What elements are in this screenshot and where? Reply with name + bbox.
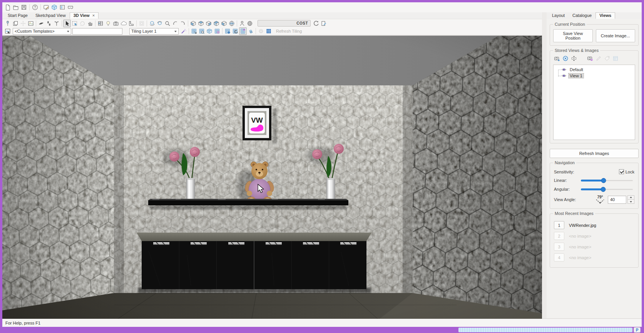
help[interactable] [31,3,39,11]
open-file[interactable] [12,3,20,11]
chevron-down-icon [174,31,177,33]
tile-grid[interactable] [239,27,247,35]
template-combo[interactable]: <Custom Templates> [13,28,71,35]
linear-slider[interactable] [581,178,633,183]
view-front[interactable] [205,20,212,27]
panel-tab-catalogue[interactable]: Catalogue [569,12,595,19]
delete-view[interactable] [562,55,569,62]
view-top[interactable] [197,20,205,27]
stored-view-label[interactable]: View 1 [569,73,584,78]
eye-icon[interactable] [561,73,567,78]
tile-move[interactable] [190,27,198,35]
render-cloud[interactable] [120,20,127,27]
current-position-group: Current Position Save View Position Crea… [550,24,639,46]
panorama-view[interactable] [246,20,254,27]
lock-checkbox[interactable]: Lock [619,169,634,174]
tab-3d-view[interactable]: 3D View× [70,12,99,19]
rename-view[interactable] [570,55,578,62]
pan-tool[interactable] [86,20,94,27]
fly-mode[interactable] [37,20,45,27]
vr-view[interactable] [67,3,74,11]
toolbar-separator [188,20,188,27]
tile-search[interactable] [198,27,206,35]
copy-objects[interactable] [12,20,19,27]
tile-add[interactable] [224,27,231,35]
tab-start-page[interactable]: Start Page [4,12,32,19]
spin-down-button[interactable] [628,200,634,203]
view-angle-label: View Angle: [554,197,579,202]
tiling-search-input[interactable] [72,28,122,35]
spin-up-button[interactable] [628,196,634,200]
recorder-button[interactable]: P [634,327,641,333]
tile-map[interactable] [265,27,273,35]
rotate-ccw[interactable] [171,20,179,27]
toolbar-separator [95,20,95,27]
group-title: Navigation [553,160,576,165]
stored-view-item[interactable]: View 1 [561,73,633,79]
person-height-view[interactable] [238,20,246,27]
view-sphere[interactable] [228,20,236,27]
tile-3d[interactable] [206,27,213,35]
view-iso[interactable] [189,20,197,27]
snapshot[interactable] [112,20,120,27]
recent-image-number-button[interactable]: 1 [554,221,564,229]
tile-panel-view[interactable] [59,3,66,11]
tiling-list[interactable] [97,20,104,27]
recent-image-label: VWRender.jpg [569,223,596,228]
image-mode[interactable] [27,20,35,27]
template-picker[interactable] [4,27,12,35]
tile-options[interactable] [213,27,221,35]
create-image-button[interactable]: Create Image... [596,29,636,42]
image-list [612,55,619,62]
frame-select-tool[interactable] [71,20,79,27]
view-3d[interactable] [50,3,58,11]
measure[interactable] [127,20,135,27]
tab-sketchpad-view[interactable]: Sketchpad View [32,12,70,19]
eye-icon[interactable] [561,67,567,72]
tile-blocks[interactable] [247,27,254,35]
export-view[interactable] [320,20,328,27]
save-view-position-button[interactable]: Save View Position [553,29,593,42]
lighting[interactable] [104,20,112,27]
view-left[interactable] [212,20,220,27]
stored-view-label[interactable]: Default [569,67,584,72]
tiling-layer-combo[interactable]: Tiling Layer 1 [129,28,179,35]
toolbar-separator [29,4,30,10]
view-right[interactable] [220,20,228,27]
panel-tab-layout[interactable]: Layout [548,12,569,19]
drop-object[interactable] [4,20,12,27]
view-angle-input[interactable] [608,196,626,204]
refresh-images-button[interactable]: Refresh Images [550,149,639,158]
store-view[interactable] [553,55,561,62]
walk-mode[interactable] [45,20,53,27]
close-tab-icon[interactable]: × [92,13,95,18]
refresh-view[interactable] [312,20,320,27]
save[interactable] [20,3,28,11]
tab-label: Views [599,13,611,18]
rotate-view[interactable] [156,20,164,27]
group-title: Current Position [553,22,587,27]
stored-view-item[interactable]: Default [561,67,633,73]
view-angle-icon[interactable]: 79° [595,195,605,204]
path-mode[interactable] [53,20,60,27]
tile-rotate[interactable] [231,27,239,35]
rotate-object[interactable] [148,20,156,27]
zoom-window[interactable] [164,20,171,27]
lock-checkbox-box[interactable] [619,169,624,174]
tile-wand[interactable] [180,27,187,35]
recent-image-number-button: 4 [554,253,564,261]
stored-views-list[interactable]: DefaultView 1 [553,65,635,140]
angular-slider-thumb[interactable] [601,187,606,192]
orbit-tool [79,20,86,27]
sketchpad-view[interactable] [42,3,50,11]
select-tool[interactable] [63,20,71,27]
angular-slider[interactable] [581,186,633,192]
cost-field[interactable]: COST [258,20,311,27]
panel-tabs: LayoutCatalogueViews [547,12,642,19]
3d-viewport[interactable]: VW [2,35,542,318]
update-view[interactable] [586,55,594,62]
linear-slider-thumb[interactable] [601,178,606,183]
rotate-cw[interactable] [179,20,187,27]
new-document[interactable] [4,3,12,11]
panel-tab-views[interactable]: Views [595,12,615,19]
